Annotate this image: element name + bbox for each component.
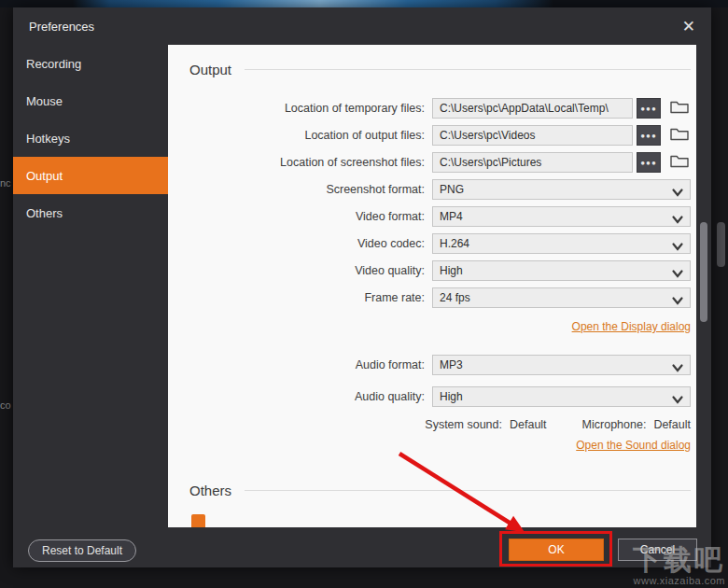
others-checkbox-fragment[interactable]	[191, 514, 205, 527]
browse-button[interactable]: ●●●	[637, 125, 661, 146]
sidebar-item-label: Output	[26, 169, 63, 183]
sidebar-item-others[interactable]: Others	[13, 194, 168, 231]
close-icon[interactable]: ✕	[682, 19, 695, 35]
dialog-titlebar: Preferences ✕	[13, 7, 711, 45]
others-section-heading: Others	[168, 481, 696, 499]
background-window-edge	[0, 0, 728, 7]
section-title: Output	[189, 62, 231, 77]
field-label: Video format:	[356, 210, 425, 223]
sidebar-item-recording[interactable]: Recording	[13, 45, 168, 82]
dropdown-value: PNG	[440, 183, 464, 196]
chevron-down-icon	[672, 268, 683, 281]
screenshot-format-row: Screenshot format: PNG	[168, 179, 691, 200]
sidebar: Recording Mouse Hotkeys Output Others	[13, 45, 168, 527]
sidebar-item-output[interactable]: Output	[13, 157, 168, 194]
watermark-url: www.xiazaiba.com	[633, 575, 725, 586]
dialog-title: Preferences	[29, 20, 94, 34]
video-format-dropdown[interactable]: MP4	[432, 206, 691, 227]
preferences-dialog: Preferences ✕ Recording Mouse Hotkeys Ou…	[13, 7, 711, 567]
field-label: Location of temporary files:	[285, 102, 425, 115]
audio-quality-dropdown[interactable]: High	[432, 386, 691, 407]
browse-button[interactable]: ●●●	[637, 152, 661, 173]
audio-format-dropdown[interactable]: MP3	[432, 355, 691, 375]
field-label: Screenshot format:	[326, 183, 425, 196]
dialog-footer: Reset to Default OK Cancel	[13, 527, 711, 567]
ok-button[interactable]: OK	[509, 539, 604, 561]
temp-files-row: Location of temporary files: C:\Users\pc…	[168, 98, 691, 119]
frame-rate-row: Frame rate: 24 fps	[168, 287, 691, 308]
sidebar-item-label: Hotkeys	[26, 132, 70, 146]
dropdown-value: 24 fps	[440, 291, 470, 304]
chevron-down-icon	[672, 295, 683, 308]
open-folder-button[interactable]	[668, 98, 691, 119]
field-label: Location of screenshot files:	[280, 156, 425, 169]
dropdown-value: High	[440, 390, 463, 403]
open-display-dialog-link[interactable]: Open the Display dialog	[572, 320, 691, 335]
sidebar-item-label: Mouse	[26, 94, 63, 108]
screenshot-format-dropdown[interactable]: PNG	[432, 179, 691, 200]
screenshot-files-row: Location of screenshot files: C:\Users\p…	[168, 152, 691, 173]
video-format-row: Video format: MP4	[168, 206, 691, 227]
browse-button[interactable]: ●●●	[637, 98, 661, 119]
field-label: Video codec:	[357, 237, 425, 250]
output-settings-panel: Output Location of temporary files: C:\U…	[168, 45, 696, 527]
audio-quality-row: Audio quality: High	[168, 386, 691, 407]
field-label: Audio format:	[356, 358, 425, 371]
video-quality-dropdown[interactable]: High	[432, 260, 691, 281]
dropdown-value: MP3	[440, 358, 463, 371]
output-files-path-input[interactable]: C:\Users\pc\Videos	[432, 125, 633, 146]
heading-rule	[245, 490, 691, 491]
sound-link-row: Open the Sound dialog	[168, 439, 696, 454]
sidebar-item-hotkeys[interactable]: Hotkeys	[13, 119, 168, 157]
microphone-value: Default	[653, 418, 691, 431]
output-section-heading: Output	[168, 60, 696, 78]
background-text-fragment: co	[0, 399, 11, 411]
reset-to-default-button[interactable]: Reset to Default	[28, 539, 136, 562]
audio-format-row: Audio format: MP3	[168, 355, 691, 375]
heading-rule	[245, 69, 691, 70]
folder-icon	[670, 99, 689, 118]
video-codec-row: Video codec: H.264	[168, 233, 691, 254]
frame-rate-dropdown[interactable]: 24 fps	[432, 287, 691, 308]
section-title: Others	[189, 483, 231, 498]
field-label: Video quality:	[355, 264, 425, 277]
open-sound-dialog-link[interactable]: Open the Sound dialog	[576, 439, 691, 454]
video-codec-dropdown[interactable]: H.264	[432, 233, 691, 254]
field-label: Audio quality:	[355, 390, 425, 403]
sidebar-item-label: Recording	[26, 57, 81, 71]
screenshot-files-path-input[interactable]: C:\Users\pc\Pictures	[432, 152, 633, 173]
display-link-row: Open the Display dialog	[168, 320, 696, 335]
system-sound-value: Default	[510, 418, 547, 431]
temp-files-path-input[interactable]: C:\Users\pc\AppData\Local\Temp\	[432, 98, 633, 119]
dialog-scrollbar-thumb[interactable]	[700, 222, 707, 322]
chevron-down-icon	[672, 362, 683, 375]
sound-devices-row: System sound: Default Microphone: Defaul…	[168, 417, 696, 432]
open-folder-button[interactable]	[668, 152, 691, 173]
chevron-down-icon	[672, 241, 683, 254]
dropdown-value: High	[440, 264, 463, 277]
background-text-fragment: nc	[0, 177, 11, 189]
chevron-down-icon	[672, 394, 683, 407]
microphone-label: Microphone:	[582, 418, 647, 431]
open-folder-button[interactable]	[668, 125, 691, 146]
cancel-button[interactable]: Cancel	[618, 539, 697, 561]
chevron-down-icon	[672, 187, 683, 200]
video-quality-row: Video quality: High	[168, 260, 691, 281]
system-sound-label: System sound:	[425, 418, 502, 431]
field-label: Location of output files:	[304, 129, 425, 142]
chevron-down-icon	[672, 214, 683, 227]
sidebar-item-mouse[interactable]: Mouse	[13, 82, 168, 119]
sidebar-item-label: Others	[26, 206, 63, 220]
folder-icon	[670, 153, 689, 172]
audio-form: Audio format: MP3 Audio quality: High	[168, 355, 696, 407]
field-label: Frame rate:	[364, 291, 425, 304]
output-files-row: Location of output files: C:\Users\pc\Vi…	[168, 125, 691, 146]
dropdown-value: MP4	[440, 210, 463, 223]
folder-icon	[670, 126, 689, 145]
dropdown-value: H.264	[440, 237, 469, 250]
background-scrollbar[interactable]	[717, 222, 725, 267]
output-form: Location of temporary files: C:\Users\pc…	[168, 98, 696, 308]
